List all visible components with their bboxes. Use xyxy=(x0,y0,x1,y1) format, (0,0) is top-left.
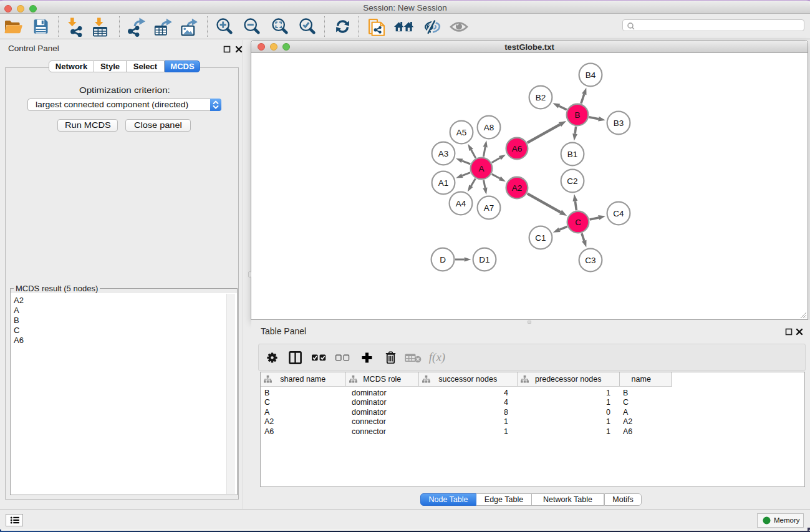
svg-text:C: C xyxy=(575,218,581,227)
svg-text:C2: C2 xyxy=(567,177,577,186)
svg-text:C1: C1 xyxy=(535,233,546,243)
svg-text:D: D xyxy=(440,255,446,264)
svg-text:A2: A2 xyxy=(512,183,523,193)
svg-text:D1: D1 xyxy=(479,255,489,264)
svg-text:A5: A5 xyxy=(456,128,467,137)
svg-text:A8: A8 xyxy=(484,123,494,132)
svg-text:C4: C4 xyxy=(613,209,624,218)
svg-text:A: A xyxy=(478,164,484,173)
svg-text:A3: A3 xyxy=(438,149,449,158)
svg-text:B1: B1 xyxy=(567,150,578,159)
svg-text:B4: B4 xyxy=(586,70,596,80)
svg-text:A1: A1 xyxy=(438,178,449,188)
svg-text:C3: C3 xyxy=(585,256,595,265)
svg-text:B: B xyxy=(574,110,580,120)
svg-text:B2: B2 xyxy=(536,93,546,102)
svg-text:A7: A7 xyxy=(484,203,494,213)
svg-text:A6: A6 xyxy=(512,144,523,153)
svg-text:A4: A4 xyxy=(456,199,466,208)
svg-text:B3: B3 xyxy=(614,118,624,128)
